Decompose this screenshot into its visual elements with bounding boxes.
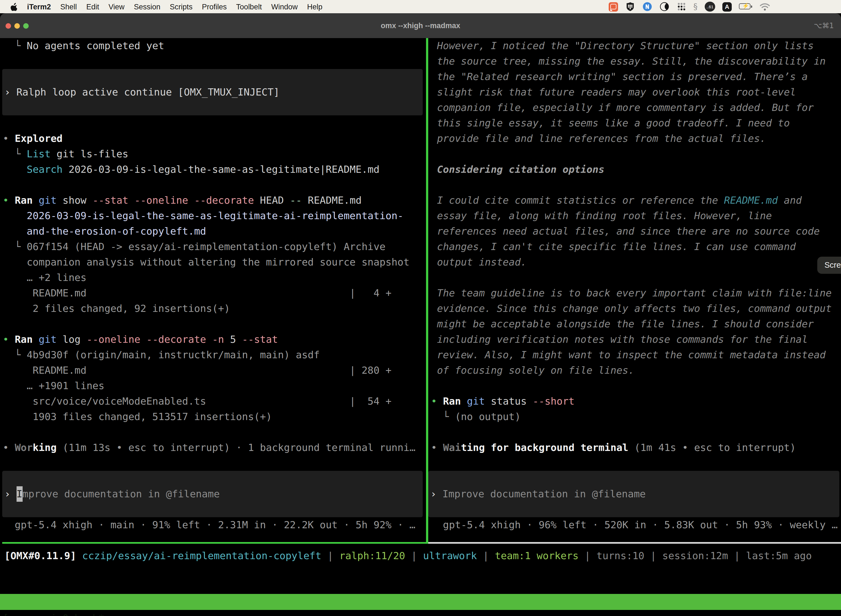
- menu-items: iTerm2ShellEditViewSessionScriptsProfile…: [27, 3, 322, 11]
- terminal-line: [431, 378, 841, 393]
- terminal-line: [3, 54, 426, 69]
- terminal-line: gpt-5.4 xhigh · 96% left · 520K in · 5.8…: [431, 517, 841, 532]
- terminal-line: this single essay, it seems like a good …: [431, 115, 841, 131]
- menu-item-window[interactable]: Window: [271, 3, 298, 11]
- terminal-line: [431, 177, 841, 193]
- menu-item-session[interactable]: Session: [134, 3, 160, 11]
- terminal-line: • Ran git show --stat --oneline --decora…: [3, 193, 426, 208]
- omx-status-segment: ultrawork: [423, 550, 477, 561]
- terminal-line: 2026-03-09-is-legal-the-same-as-legitima…: [3, 208, 426, 224]
- terminal-line: including verification notes with those …: [431, 332, 841, 347]
- omx-status-segment: team:1 workers: [495, 550, 578, 561]
- terminal-line: companion analysis without altering the …: [3, 254, 426, 270]
- terminal-line: evidence. Since this change only affects…: [431, 301, 841, 316]
- menu-item-view[interactable]: View: [108, 3, 125, 11]
- omx-status-bar: [OMX#0.11.9] cczip/essay/ai-reimplementa…: [4, 548, 812, 563]
- terminal-line: └ 067f154 (HEAD -> essay/ai-reimplementa…: [3, 239, 426, 254]
- terminal-line: I could cite commit statistics or refere…: [431, 193, 841, 208]
- left-pane-border: [2, 542, 426, 544]
- terminal-line: The team guideline is to back every impo…: [431, 285, 841, 301]
- menu-item-help[interactable]: Help: [307, 3, 322, 11]
- messages-icon[interactable]: [608, 2, 618, 11]
- prompt-chevron: ›: [431, 486, 442, 502]
- terminal-line: • Waiting for background terminal (1m 41…: [431, 440, 841, 455]
- prompt-chevron: ›: [4, 84, 16, 100]
- window-title: omx --xhigh --madmax: [0, 13, 841, 38]
- tmux-pane-divider[interactable]: [426, 38, 428, 544]
- menu-item-toolbelt[interactable]: Toolbelt: [236, 3, 262, 11]
- omx-status-segment: |: [579, 550, 596, 561]
- window-title-bar[interactable]: omx --xhigh --madmax ⌥⌘1: [0, 13, 841, 38]
- terminal-line: 2 files changed, 92 insertions(+): [3, 301, 426, 316]
- terminal-line: src/voice/voiceModeEnabled.ts | 54 +: [3, 393, 426, 409]
- history-prompt-row: › Ralph loop active continue [OMX_TMUX_I…: [2, 69, 423, 115]
- screen: iTerm2ShellEditViewSessionScriptsProfile…: [0, 0, 841, 616]
- prompt-input-right[interactable]: › Improve documentation in @filename: [428, 471, 840, 517]
- omx-status-segment: turns:10: [596, 550, 644, 561]
- terminal-line: [431, 146, 841, 162]
- menu-item-iterm2[interactable]: iTerm2: [27, 3, 51, 11]
- terminal-line: [3, 177, 426, 193]
- terminal-line: of focusing solely on file lines.: [431, 363, 841, 378]
- terminal-line: companion file, especially if more comme…: [431, 100, 841, 115]
- terminal-line: However, I noticed the "Directory Struct…: [431, 38, 841, 54]
- right-pane-output: However, I noticed the "Directory Struct…: [431, 38, 841, 532]
- terminal-line: the source tree, missing the essay. Stil…: [431, 54, 841, 69]
- battery-icon[interactable]: ⚡: [739, 3, 752, 10]
- omx-status-segment: |: [321, 550, 339, 561]
- terminal-line: … +1901 lines: [3, 378, 426, 393]
- text-cursor: I: [16, 486, 22, 502]
- omx-status-segment: |: [477, 550, 495, 561]
- right-terminal-pane[interactable]: However, I noticed the "Directory Struct…: [428, 38, 841, 544]
- terminal-line: • Ran git log --oneline --decorate -n 5 …: [3, 332, 426, 347]
- omx-status-segment: |: [728, 550, 746, 561]
- menu-item-scripts[interactable]: Scripts: [170, 3, 193, 11]
- terminal-line: └ (no output): [431, 409, 841, 424]
- menu-item-shell[interactable]: Shell: [60, 3, 77, 11]
- percent-badge-icon[interactable]: ..61: [705, 1, 715, 12]
- terminal-line: • Ran git status --short: [431, 393, 841, 409]
- terminal-line: output instead.: [431, 254, 841, 270]
- terminal-line: changes, I can't cite specific file line…: [431, 239, 841, 254]
- terminal-line: [431, 455, 841, 471]
- terminal-line: gpt-5.4 xhigh · main · 91% left · 2.31M …: [3, 517, 426, 532]
- prompt-chevron: ›: [4, 486, 16, 502]
- screen-share-overlay-button[interactable]: Scre: [817, 257, 841, 274]
- tmux-session-window-tab[interactable]: [omx-cczip0:bash*: [3, 610, 104, 616]
- terminal-line: [3, 115, 426, 131]
- terminal-line: review. Also, I might want to inspect th…: [431, 347, 841, 363]
- blue-lightning-badge-icon[interactable]: [642, 1, 652, 12]
- arc-browser-icon[interactable]: [659, 1, 669, 12]
- terminal-line: • Explored: [3, 131, 426, 146]
- menu-bar-status-icons: § ..61 A ⚡: [608, 1, 771, 12]
- terminal-line: [431, 424, 841, 440]
- dots-grid-icon[interactable]: [676, 1, 686, 12]
- omx-status-segment: |: [405, 550, 423, 561]
- terminal-line: └ List git ls-files: [3, 146, 426, 162]
- prompt-placeholder: Improve documentation in @filename: [442, 486, 646, 502]
- terminal-line: [3, 455, 426, 471]
- wifi-icon[interactable]: [759, 3, 771, 11]
- macos-menu-bar: iTerm2ShellEditViewSessionScriptsProfile…: [0, 0, 841, 13]
- terminal-line: Search 2026-03-09-is-legal-the-same-as-l…: [3, 162, 426, 177]
- terminal-line: README.md | 4 +: [3, 285, 426, 301]
- squiggle-icon[interactable]: §: [693, 1, 697, 12]
- tmux-status-bar: [omx-cczip0:bash* "MacBook-Pro-44.local"…: [0, 594, 841, 610]
- menu-item-profiles[interactable]: Profiles: [202, 3, 227, 11]
- a-square-icon[interactable]: A: [722, 2, 732, 11]
- history-prompt-text: Ralph loop active continue [OMX_TMUX_INJ…: [16, 84, 280, 100]
- shield-grid-icon[interactable]: [625, 1, 635, 12]
- apple-icon[interactable]: [9, 2, 17, 11]
- menu-item-edit[interactable]: Edit: [86, 3, 99, 11]
- iterm-window: omx --xhigh --madmax ⌥⌘1 └ No agents com…: [0, 13, 841, 616]
- terminal-line: essay file, along with finding root file…: [431, 208, 841, 224]
- terminal-line: the "Related research writing" section i…: [431, 69, 841, 84]
- prompt-placeholder: mprove documentation in @filename: [22, 486, 220, 502]
- terminal-line: [3, 424, 426, 440]
- prompt-input-left[interactable]: › Improve documentation in @filename: [2, 471, 423, 517]
- left-terminal-pane[interactable]: └ No agents completed yet• Explored └ Li…: [0, 38, 426, 544]
- omx-status-segment: last:5m ago: [746, 550, 812, 561]
- terminal-line: … +2 lines: [3, 270, 426, 285]
- terminal-area[interactable]: └ No agents completed yet• Explored └ Li…: [0, 38, 841, 616]
- terminal-line: slight risk that future readers may over…: [431, 84, 841, 100]
